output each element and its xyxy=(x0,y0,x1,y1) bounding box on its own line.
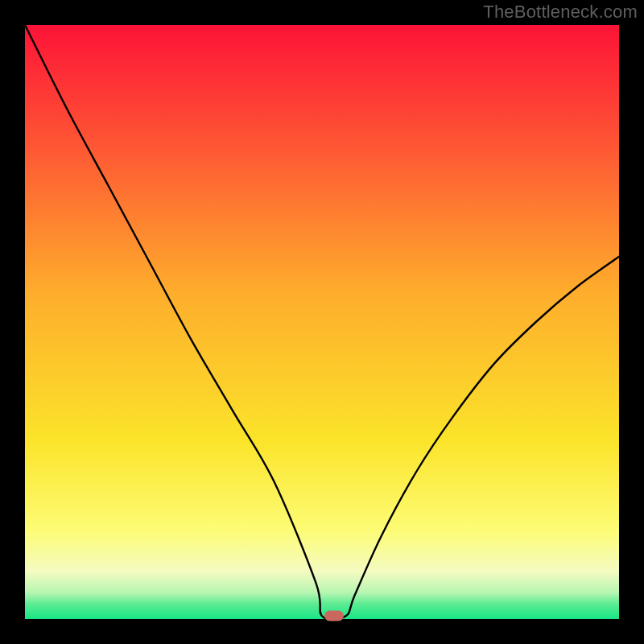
chart-frame: TheBottleneck.com xyxy=(0,0,644,644)
optimal-marker xyxy=(324,611,344,621)
gradient-background xyxy=(25,25,619,619)
watermark-text: TheBottleneck.com xyxy=(483,2,638,23)
bottleneck-chart xyxy=(0,0,644,644)
